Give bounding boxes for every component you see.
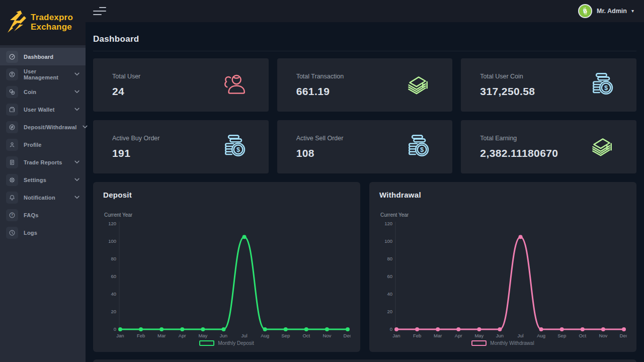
sidebar-item-dashboard[interactable]: Dashboard xyxy=(0,48,86,65)
sidebar-item-notification[interactable]: Notification xyxy=(0,189,86,206)
data-point xyxy=(118,327,122,331)
x-axis-tick: Jul xyxy=(241,333,247,338)
bitcoin-icon: B xyxy=(578,4,592,18)
stat-card-active-sell-order: Active Sell Order108$ xyxy=(277,120,453,173)
stat-card-text: Total User24 xyxy=(112,73,140,98)
stat-card-label: Total User xyxy=(112,73,140,80)
y-axis-tick: 20 xyxy=(387,309,392,314)
sidebar-item-label: User Wallet xyxy=(24,107,69,113)
x-axis-tick: Mar xyxy=(434,333,442,338)
svg-text:$: $ xyxy=(236,146,240,153)
stat-card-text: Active Sell Order108 xyxy=(296,135,344,159)
sidebar-item-label: User Management xyxy=(24,68,69,80)
users-icon xyxy=(220,71,249,99)
app-root: Tradexpro Exchange DashboardUser Managem… xyxy=(0,0,644,362)
sidebar-item-user-wallet[interactable]: User Wallet xyxy=(0,101,86,118)
stat-card-label: Total User Coin xyxy=(480,73,535,80)
chevron-down-icon: ▾ xyxy=(631,9,634,14)
y-axis-tick: 60 xyxy=(111,274,116,279)
data-point xyxy=(394,327,398,331)
data-point xyxy=(436,327,440,331)
chevron-down-icon xyxy=(74,178,79,182)
gauge-icon xyxy=(6,51,18,63)
sidebar-item-settings[interactable]: Settings xyxy=(0,171,86,189)
stat-card-value: 661.19 xyxy=(296,85,344,98)
data-point xyxy=(622,327,626,331)
coin-icon xyxy=(6,86,18,98)
stat-card-value: 191 xyxy=(112,147,159,159)
sidebar-item-faqs[interactable]: ?FAQs xyxy=(0,206,86,224)
sidebar: Tradexpro Exchange DashboardUser Managem… xyxy=(0,0,86,362)
charts-row: DepositCurrent Year020406080100120JanFeb… xyxy=(93,182,636,352)
x-axis-tick: Nov xyxy=(599,333,607,338)
data-point xyxy=(304,327,308,331)
x-axis-tick: Apr xyxy=(179,333,186,338)
x-axis-tick: Oct xyxy=(302,333,310,338)
banknotes-icon xyxy=(403,71,432,99)
sidebar-item-deposit-withdrawal[interactable]: Deposit/Withdrawal xyxy=(0,118,86,136)
stat-card-value: 317,250.58 xyxy=(480,85,535,98)
y-axis-tick: 120 xyxy=(384,221,392,226)
brand-logo[interactable]: Tradexpro Exchange xyxy=(0,0,86,45)
stat-card-total-earning: Total Earning2,382.11180670 xyxy=(461,120,636,173)
sidebar-item-label: Logs xyxy=(24,230,79,236)
user-menu[interactable]: B Mr. Admin ▾ xyxy=(578,4,634,18)
x-axis-tick: Aug xyxy=(261,333,269,338)
data-point xyxy=(243,235,247,239)
x-axis-tick: Apr xyxy=(455,333,462,338)
svg-text:$: $ xyxy=(420,146,424,153)
legend-swatch xyxy=(199,340,214,346)
data-point xyxy=(180,327,184,331)
data-point xyxy=(284,327,288,331)
x-axis-tick: Sep xyxy=(281,333,290,338)
data-point xyxy=(560,327,564,331)
y-axis-tick: 120 xyxy=(108,221,116,226)
page-content: Dashboard Total User24Total Transaction6… xyxy=(86,22,644,362)
stat-card-value: 108 xyxy=(296,147,344,159)
page-head: Dashboard xyxy=(93,22,636,51)
line-chart: 020406080100120JanFebMarAprMayJunJulAugS… xyxy=(379,219,627,340)
data-point xyxy=(221,327,225,331)
x-axis-tick: Sep xyxy=(557,333,566,338)
data-point xyxy=(159,327,164,331)
sidebar-item-profile[interactable]: Profile xyxy=(0,136,86,153)
stat-card-value: 2,382.11180670 xyxy=(480,147,558,159)
svg-text:$: $ xyxy=(604,84,608,92)
stat-card-value: 24 xyxy=(112,85,140,98)
brand-name: Tradexpro Exchange xyxy=(31,13,73,32)
sidebar-item-logs[interactable]: Logs xyxy=(0,224,86,241)
gear-icon xyxy=(6,174,18,186)
topbar: B Mr. Admin ▾ xyxy=(86,0,644,22)
sidebar-item-coin[interactable]: Coin xyxy=(0,83,86,101)
stat-card-total-transaction: Total Transaction661.19 xyxy=(277,58,453,112)
stat-card-total-user: Total User24 xyxy=(93,58,269,112)
data-point xyxy=(139,327,143,331)
sidebar-item-label: Dashboard xyxy=(24,54,79,60)
hamburger-icon[interactable] xyxy=(93,7,106,15)
chart-legend[interactable]: Monthly Deposit xyxy=(103,340,350,346)
sidebar-item-label: Coin xyxy=(24,89,69,95)
line-chart: 020406080100120JanFebMarAprMayJunJulAugS… xyxy=(103,219,351,340)
legend-label: Monthly Deposit xyxy=(218,340,254,346)
x-axis-tick: Feb xyxy=(413,333,421,338)
svg-text:B: B xyxy=(583,8,588,15)
coins-dollar-icon: $ xyxy=(404,133,432,161)
user-circle-icon xyxy=(6,68,18,80)
data-point xyxy=(601,327,605,331)
stat-card-total-user-coin: Total User Coin317,250.58$ xyxy=(461,58,636,112)
sidebar-item-user-management[interactable]: User Management xyxy=(0,65,86,83)
stat-card-text: Active Buy Order191 xyxy=(112,135,159,159)
x-axis-tick: Jan xyxy=(392,333,400,338)
series-line xyxy=(396,237,624,329)
chevron-down-icon xyxy=(74,196,79,199)
transfer-icon xyxy=(6,121,18,133)
sidebar-item-trade-reports[interactable]: Trade Reports xyxy=(0,153,86,171)
x-axis-tick: May xyxy=(198,333,207,338)
chart-legend[interactable]: Monthly Withdrawal xyxy=(379,340,626,346)
y-axis-tick: 60 xyxy=(387,274,392,279)
legend-label: Monthly Withdrawal xyxy=(490,340,534,346)
data-point xyxy=(477,327,481,331)
help-icon: ? xyxy=(6,209,18,221)
y-axis-tick: 20 xyxy=(111,309,116,314)
data-point xyxy=(456,327,460,331)
